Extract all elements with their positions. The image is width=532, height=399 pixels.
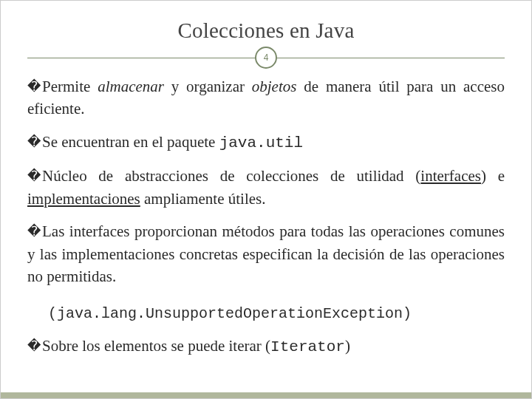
page-number-badge: 4: [255, 47, 277, 69]
bullet-5-code: Iterator: [270, 338, 345, 355]
bullet-4-text: Las interfaces proporcionan métodos para…: [27, 222, 505, 285]
bullet-1-text-pre: Permite: [42, 78, 98, 95]
bullet-5-text-pre: Sobre los elementos se puede iterar (: [42, 337, 270, 355]
slide-content: �Permite almacenar y organizar objetos d…: [27, 75, 505, 358]
bullet-3-u1: interfaces: [420, 167, 481, 185]
bullet-5: �Sobre los elementos se puede iterar (It…: [27, 335, 505, 358]
bullet-3-text-post: ampliamente útiles.: [140, 190, 266, 208]
exception-line: (java.lang.UnsupportedOperationException…: [48, 303, 505, 324]
bullet-3-text-pre: Núcleo de abstracciones de colecciones d…: [42, 167, 420, 185]
bullet-3-u2: implementaciones: [27, 190, 140, 208]
bullet-2-text-pre: Se encuentran en el paquete: [42, 133, 219, 151]
bullet-3: �Núcleo de abstracciones de colecciones …: [27, 165, 505, 210]
bullet-1: �Permite almacenar y organizar objetos d…: [27, 75, 505, 120]
bullet-marker-icon: �: [27, 134, 41, 149]
bullet-1-em2: objetos: [252, 78, 297, 95]
bullet-1-text-mid: y organizar: [164, 78, 252, 95]
footer-accent-bar: [1, 392, 531, 398]
slide: Colecciones en Java 4 �Permite almacenar…: [0, 0, 532, 399]
bullet-marker-icon: �: [27, 224, 41, 239]
bullet-marker-icon: �: [27, 79, 41, 94]
bullet-2: �Se encuentran en el paquete java.util: [27, 131, 505, 154]
divider-wrap: 4: [27, 47, 505, 68]
bullet-marker-icon: �: [27, 168, 41, 183]
bullet-marker-icon: �: [27, 338, 41, 353]
bullet-5-text-post: ): [345, 337, 350, 355]
bullet-3-text-mid: ) e: [481, 167, 505, 185]
slide-title: Colecciones en Java: [27, 18, 505, 43]
bullet-2-code: java.util: [219, 134, 303, 151]
bullet-4: �Las interfaces proporcionan métodos par…: [27, 220, 505, 287]
bullet-1-em1: almacenar: [98, 78, 164, 95]
